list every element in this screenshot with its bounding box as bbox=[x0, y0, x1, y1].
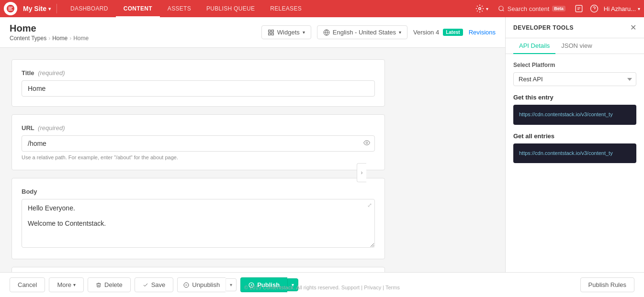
page-header-left: Home Content Types › Home › Home bbox=[10, 23, 89, 42]
site-logo[interactable] bbox=[4, 2, 17, 15]
beta-badge: Beta bbox=[552, 6, 565, 11]
unpublish-main-button[interactable]: Unpublish bbox=[177, 277, 226, 292]
tab-json-view[interactable]: JSON view bbox=[555, 38, 598, 54]
cancel-button[interactable]: Cancel bbox=[10, 277, 45, 292]
nav-assets[interactable]: Assets bbox=[160, 0, 199, 17]
svg-point-1 bbox=[479, 8, 481, 10]
dev-panel-close-button[interactable]: ✕ bbox=[630, 23, 636, 32]
body-section: Body ⤢ bbox=[11, 178, 385, 259]
url-input[interactable] bbox=[22, 135, 375, 152]
breadcrumb-content-types[interactable]: Content Types bbox=[10, 35, 46, 42]
settings-button[interactable]: ▾ bbox=[474, 4, 490, 13]
form-body: › Title (required) URL (required) bbox=[0, 48, 505, 297]
top-nav: My Site ▾ Dashboard Content Assets Publi… bbox=[0, 0, 644, 17]
get-all-label: Get all entries bbox=[513, 132, 636, 140]
url-section: URL (required) Use a relative path. For … bbox=[11, 114, 385, 170]
language-label: English - United States bbox=[333, 29, 396, 36]
body-textarea[interactable] bbox=[22, 199, 375, 248]
page-title: Home bbox=[10, 23, 89, 34]
breadcrumb-current: Home bbox=[73, 35, 89, 42]
svg-rect-3 bbox=[576, 5, 582, 12]
get-all-code: https://cdn.contentstack.io/v3/content_t… bbox=[513, 143, 636, 164]
user-chevron: ▾ bbox=[638, 6, 640, 11]
settings-chevron: ▾ bbox=[486, 6, 488, 11]
panel-toggle-button[interactable]: › bbox=[357, 163, 366, 182]
version-label: Version 4 bbox=[413, 29, 439, 36]
language-selector[interactable]: English - United States ▾ bbox=[317, 25, 407, 39]
title-required: (required) bbox=[38, 69, 65, 77]
nav-links: Dashboard Content Assets Publish Queue R… bbox=[63, 0, 309, 17]
unpublish-button-group: Unpublish ▾ bbox=[177, 277, 237, 292]
main-layout: Home Content Types › Home › Home Widgets bbox=[0, 17, 644, 297]
latest-badge: Latest bbox=[443, 29, 463, 36]
language-chevron: ▾ bbox=[399, 30, 401, 35]
url-eye-icon[interactable] bbox=[363, 140, 370, 148]
search-label: Search content bbox=[508, 5, 549, 12]
nav-divider bbox=[56, 4, 57, 13]
page-header: Home Content Types › Home › Home Widgets bbox=[0, 17, 505, 48]
url-required: (required) bbox=[38, 124, 65, 132]
svg-point-2 bbox=[499, 6, 503, 11]
user-greeting: Hi Azharu... bbox=[604, 5, 636, 12]
unpublish-caret-button[interactable]: ▾ bbox=[226, 278, 237, 291]
dev-panel-tabs: API Details JSON view bbox=[506, 38, 644, 54]
platform-select[interactable]: Rest API bbox=[513, 72, 636, 86]
publish-rules-button[interactable]: Publish Rules bbox=[580, 277, 635, 292]
get-entry-label: Get this entry bbox=[513, 94, 636, 101]
url-label: URL (required) bbox=[22, 124, 375, 132]
svg-rect-8 bbox=[271, 33, 273, 35]
breadcrumb-sep-2: › bbox=[69, 35, 71, 42]
body-wrapper: ⤢ bbox=[22, 199, 375, 249]
title-input[interactable] bbox=[22, 80, 375, 97]
dev-panel-header: DEVELOPER TOOLS ✕ bbox=[506, 17, 644, 38]
footer-bar: Cancel More ▾ Delete Save Unpublish ▾ bbox=[0, 272, 644, 297]
url-hint: Use a relative path. For example, enter … bbox=[22, 154, 375, 160]
widgets-button[interactable]: Widgets ▾ bbox=[261, 25, 311, 39]
body-label: Body bbox=[22, 188, 375, 195]
url-wrapper bbox=[22, 135, 375, 152]
user-menu[interactable]: Hi Azharu... ▾ bbox=[604, 5, 640, 12]
more-button[interactable]: More ▾ bbox=[49, 277, 84, 292]
page-header-right: Widgets ▾ English - United States ▾ Vers… bbox=[261, 25, 496, 39]
nav-releases[interactable]: Releases bbox=[262, 0, 309, 17]
widgets-label: Widgets bbox=[277, 29, 300, 36]
svg-rect-5 bbox=[269, 30, 271, 32]
help-icon[interactable] bbox=[588, 3, 600, 14]
footer-copyright: © 2019 Contentstack. All rights reserved… bbox=[244, 285, 400, 290]
breadcrumb: Content Types › Home › Home bbox=[10, 35, 89, 42]
notifications-icon[interactable] bbox=[573, 3, 585, 14]
breadcrumb-home-1[interactable]: Home bbox=[52, 35, 68, 42]
nav-dashboard[interactable]: Dashboard bbox=[63, 0, 116, 17]
svg-point-10 bbox=[366, 142, 368, 144]
dev-panel: DEVELOPER TOOLS ✕ API Details JSON view … bbox=[505, 17, 644, 297]
expand-icon[interactable]: ⤢ bbox=[367, 202, 372, 209]
breadcrumb-sep-1: › bbox=[48, 35, 50, 42]
platform-label: Select Platform bbox=[513, 62, 636, 68]
panel-toggle-icon: › bbox=[361, 169, 363, 176]
site-selector[interactable]: My Site ▾ bbox=[19, 5, 55, 12]
dev-panel-body: Select Platform Rest API Get this entry … bbox=[506, 54, 644, 297]
get-all-url: https://cdn.contentstack.io/v3/content_t… bbox=[519, 149, 631, 158]
top-nav-right: ▾ Search content Beta Hi Azharu... ▾ bbox=[474, 3, 644, 14]
dev-panel-title: DEVELOPER TOOLS bbox=[513, 24, 574, 31]
content-area: Home Content Types › Home › Home Widgets bbox=[0, 17, 505, 297]
widgets-chevron: ▾ bbox=[303, 30, 305, 35]
get-entry-code: https://cdn.contentstack.io/v3/content_t… bbox=[513, 105, 636, 125]
get-entry-url: https://cdn.contentstack.io/v3/content_t… bbox=[519, 110, 631, 119]
delete-button[interactable]: Delete bbox=[88, 277, 131, 292]
site-name: My Site bbox=[23, 5, 46, 12]
nav-content[interactable]: Content bbox=[116, 0, 160, 17]
svg-rect-7 bbox=[269, 33, 271, 35]
tab-api-details[interactable]: API Details bbox=[513, 38, 555, 54]
version-area: Version 4 Latest bbox=[413, 29, 463, 36]
title-section: Title (required) bbox=[11, 59, 385, 107]
site-chevron-icon: ▾ bbox=[48, 6, 51, 11]
nav-publish-queue[interactable]: Publish Queue bbox=[199, 0, 262, 17]
title-label: Title (required) bbox=[22, 69, 375, 77]
svg-rect-6 bbox=[271, 30, 273, 32]
more-chevron-icon: ▾ bbox=[73, 282, 76, 287]
save-button[interactable]: Save bbox=[135, 277, 174, 292]
revisions-link[interactable]: Revisions bbox=[469, 29, 496, 36]
search-button[interactable]: Search content Beta bbox=[494, 5, 569, 12]
